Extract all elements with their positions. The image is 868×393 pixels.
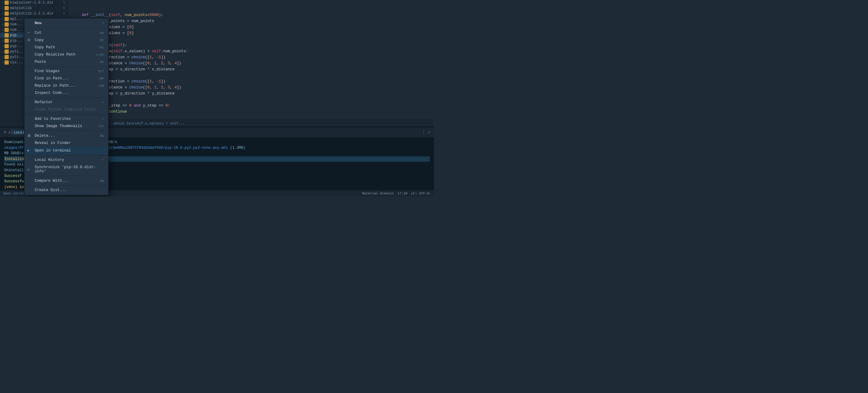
folder-icon: [4, 44, 9, 48]
sidebar-item-label: pip...: [10, 33, 23, 37]
sidebar-item-matplotlib-dist[interactable]: › matplotlib-2.2.2.dist-info: [0, 11, 54, 16]
statusbar-encoding: LF↕ UTF-8↕: [411, 192, 431, 195]
shortcut-label: ⌘D: [100, 179, 104, 183]
code-line: [73, 73, 429, 79]
code-content[interactable]: def __init__(self, num_points=5000): sel…: [68, 0, 434, 127]
terminal-expand-icon[interactable]: ⤢: [427, 130, 430, 135]
code-line: def __init__(self, num_points=5000):: [73, 12, 429, 18]
code-line: y_step = y_direction * y_distance: [73, 90, 429, 96]
menu-item-add-favorites[interactable]: Add to Favorites ›: [25, 115, 108, 122]
shortcut-label: ⇧⌘T: [98, 124, 104, 128]
folder-icon: [4, 1, 9, 5]
menu-item-label: Create Gist...: [35, 188, 104, 192]
shortcut-label: ⇧⌘C: [98, 45, 104, 50]
code-line: self.num_points = num_points: [73, 18, 429, 24]
shortcut-label: ⌘V: [100, 60, 104, 64]
menu-item-create-gist[interactable]: Create Gist...: [25, 187, 108, 194]
sidebar-item-kiwisolver[interactable]: › kiwisolver-1.0.1.dist-info: [0, 0, 54, 5]
menu-item-delete[interactable]: 🗑 Delete... ⌘D: [25, 132, 108, 139]
menu-divider: [25, 131, 108, 131]
menu-item-label: Copy: [35, 38, 95, 42]
sidebar-item-label: pytz...: [10, 55, 25, 59]
sidebar-item-label: pip...: [10, 39, 23, 43]
sidebar-item-label: mpl...: [10, 17, 23, 21]
breadcrumb: RandomWalk › fill_walk() › while len(sel…: [54, 119, 434, 127]
menu-item-label: Add to Favorites: [35, 117, 100, 121]
collapse-arrow: ›: [2, 18, 4, 21]
folder-icon: [4, 55, 9, 59]
code-line: self.x_values = [0]: [73, 24, 429, 30]
submenu-arrow: ›: [102, 117, 104, 121]
statusbar-time: 17:20: [398, 192, 407, 195]
sidebar-item-label: pyp...: [10, 44, 23, 48]
breadcrumb-sep2: ›: [110, 121, 112, 125]
code-line: [73, 0, 429, 6]
menu-item-label: Compare With...: [35, 179, 95, 183]
code-line: [73, 36, 429, 42]
menu-item-label: Local History: [35, 158, 100, 162]
menu-item-label: Copy Path: [35, 45, 93, 50]
menu-divider: [25, 176, 108, 176]
menu-item-local-history[interactable]: Local History ›: [25, 156, 108, 164]
menu-divider: [25, 185, 108, 186]
menu-item-label: Copy Relative Path: [35, 53, 91, 57]
sidebar-item-matplotlib[interactable]: › matplotlib: [0, 5, 54, 11]
menu-divider: [25, 97, 108, 98]
sidebar-item-label: kiwisolver-1.0.1.dist-info: [10, 1, 54, 5]
breadcrumb-part3[interactable]: while len(self.x_values) < self...: [114, 121, 185, 125]
terminal-menu-icon[interactable]: ⋮: [422, 130, 426, 135]
code-line: continue: [73, 109, 429, 115]
menu-item-find-in-path[interactable]: Find in Path... ⇧⌘F: [25, 75, 108, 82]
menu-item-label: New: [35, 21, 100, 25]
menu-item-label: Replace in Path...: [35, 84, 93, 88]
folder-icon: [4, 60, 9, 64]
code-line: x_step = x_direction * x_distance: [73, 66, 429, 73]
folder-icon: [4, 17, 9, 21]
code-line: y_distance = choice([0, 1, 2, 3, 4]): [73, 85, 429, 90]
terminal-actions: ⋮ ⤢: [422, 130, 430, 135]
menu-item-cut[interactable]: ✂ Cut ⌘X: [25, 29, 108, 36]
code-line: while len(self.x_values) < self.num_poin…: [73, 48, 429, 54]
collapse-arrow: ›: [2, 56, 4, 59]
collapse-arrow: ›: [2, 23, 4, 26]
context-menu: New › ✂ Cut ⌘X ⧉ Copy ⌘C Copy Path ⇧⌘C C…: [24, 18, 108, 195]
menu-item-copy[interactable]: ⧉ Copy ⌘C: [25, 36, 108, 44]
terminal-close-button[interactable]: ✕: [8, 130, 11, 135]
menu-item-clean-python: Clean Python Compiled Files: [25, 106, 108, 113]
menu-item-replace-in-path[interactable]: Replace in Path... ⇧⌘R: [25, 82, 108, 89]
menu-item-show-thumbnails[interactable]: Show Image Thumbnails ⇧⌘T: [25, 122, 108, 130]
sidebar-item-label: six...: [10, 60, 23, 64]
menu-item-compare-with[interactable]: Compare With... ⌘D: [25, 177, 108, 185]
shortcut-label: ⇧⌘F: [98, 76, 104, 81]
menu-item-synchronize[interactable]: ↻ Synchronize 'pip-18.0.dist-info': [25, 164, 108, 175]
menu-item-label: Clean Python Compiled Files: [35, 108, 104, 112]
shortcut-label: ⌥⇧⌘C: [96, 53, 104, 57]
shortcut-label: ⇧⌘R: [98, 84, 104, 88]
menu-item-refactor[interactable]: Refactor ›: [25, 99, 108, 106]
menu-item-label: Show Image Thumbnails: [35, 124, 93, 128]
copy-icon: ⧉: [27, 38, 33, 42]
shortcut-label: ⌘X: [100, 31, 104, 35]
shortcut-label: ⌘C: [100, 38, 104, 42]
folder-icon: [4, 33, 9, 37]
menu-item-inspect-code[interactable]: Inspect Code...: [25, 89, 108, 96]
menu-item-find-usages[interactable]: Find Usages ⌥F7: [25, 67, 108, 75]
folder-icon: [4, 22, 9, 27]
menu-item-open-terminal[interactable]: ▶ Open in terminal: [25, 147, 108, 154]
collapse-arrow: ›: [2, 39, 4, 43]
menu-item-copy-path[interactable]: Copy Path ⇧⌘C: [25, 44, 108, 51]
statusbar-theme: Material Oceanic: [362, 192, 394, 195]
menu-item-reveal-finder[interactable]: Reveal in Finder: [25, 139, 108, 147]
code-editor[interactable]: 5 6 7 8 9 10 11 12 13 14 15 16 17 18 19 …: [54, 0, 434, 127]
collapse-arrow: ›: [2, 34, 4, 37]
menu-item-copy-relative-path[interactable]: Copy Relative Path ⌥⇧⌘C: [25, 51, 108, 58]
code-line: if x_step == 0 and y_step == 0:: [73, 103, 429, 109]
menu-item-new[interactable]: New ›: [25, 20, 108, 27]
code-line: x_distance = choice([0, 1, 2, 3, 4]): [73, 60, 429, 66]
menu-item-label: Delete...: [35, 134, 95, 138]
menu-divider: [25, 66, 108, 67]
delete-icon: 🗑: [27, 133, 33, 138]
code-line: def fill_walk(self):: [73, 42, 429, 48]
menu-item-paste[interactable]: Paste ⌘V: [25, 58, 108, 65]
terminal-add-button[interactable]: +: [4, 130, 7, 135]
